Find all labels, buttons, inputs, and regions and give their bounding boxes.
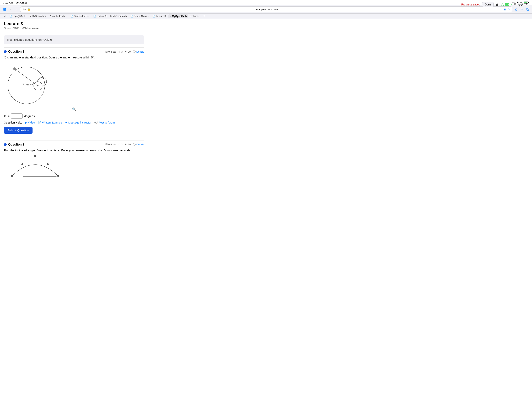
answer-input[interactable] — [11, 113, 23, 119]
chat-icon[interactable]: 💬 — [518, 2, 523, 7]
bookmark-myopenmath2-label: MyOpenMath — [113, 15, 127, 18]
back-button[interactable]: ‹ — [9, 7, 13, 12]
svg-point-11 — [57, 175, 59, 177]
bookmark-t[interactable]: T — [202, 14, 206, 18]
bookmark-lecture3b[interactable]: 📄 Lecture 3 — [151, 14, 167, 18]
written-example-link[interactable]: 📄 Written Example — [38, 121, 62, 124]
pts-icon: ☑ — [105, 50, 108, 53]
pts-icon-2: ☑ — [105, 143, 108, 146]
question-1-history: ↺ 3 — [118, 50, 123, 53]
sqrt-toggle[interactable]: √0 — [501, 3, 512, 6]
bookmark-lecture3a-label: Lecture 3 — [97, 15, 106, 18]
sidebar-toggle-button[interactable]: ⊟ — [2, 6, 7, 12]
bookmark-echner-label: echner... — [191, 15, 200, 18]
question-1-pts: ☑ 0/4 pts — [105, 50, 116, 53]
bookmark-myopenmath1[interactable]: M MyOpenMath — [28, 14, 47, 18]
question-divider — [4, 137, 144, 137]
bookmark-myopenmath2[interactable]: M MyOpenMath — [109, 14, 128, 18]
quiz-notice: Most skipped questions on "Quiz 0" — [4, 35, 144, 44]
toggle-pill[interactable] — [505, 3, 512, 6]
svg-text:X degrees°: X degrees° — [22, 83, 34, 86]
question-1-details-link[interactable]: Details — [136, 50, 144, 53]
bookmark-myopenmath3-label: MyOpenMath — [172, 15, 187, 18]
bookmark-myopenmath2-icon: M — [110, 15, 112, 17]
zoom-icon[interactable]: 🔍 — [72, 107, 76, 111]
page-title: Lecture 3 — [4, 21, 40, 26]
post-to-forum-link[interactable]: 💬 Post to forum — [95, 121, 115, 124]
submit-question-button[interactable]: Submit Question — [4, 127, 32, 134]
question-2-dot — [4, 143, 7, 146]
done-button[interactable]: Done — [482, 2, 494, 7]
question-1-title: Question 1 — [4, 50, 24, 53]
document-icon: 📄 — [38, 121, 41, 124]
bookmark-select-label: Select Class... — [134, 15, 149, 18]
bookmark-m[interactable]: M — [2, 15, 7, 18]
bookmark-echner[interactable]: echner... — [189, 14, 201, 18]
bookmark-select-icon: 📄 — [131, 15, 133, 18]
bookmark-select[interactable]: 📄 Select Class... — [129, 14, 150, 18]
question-2-details-link[interactable]: Details — [136, 143, 144, 146]
question-1-header: Question 1 ☑ 0/4 pts ↺ 3 ↻ 99 ⓘ Details — [4, 50, 144, 53]
progress-saved: Progress saved — [461, 3, 480, 6]
bookmark-lecture3a[interactable]: 📄 Lecture 3 — [92, 14, 108, 18]
zoom-icon-container[interactable]: 🔍 — [4, 107, 144, 111]
page-content: Most skipped questions on "Quiz 0" Quest… — [0, 32, 148, 185]
browser-chrome: ⊟ ‹ › AA 🔒 myopenmath.com ⊞ ↻ ⎋ + ⧉ — [0, 5, 532, 14]
browser-toolbar: ⊟ ‹ › AA 🔒 myopenmath.com ⊞ ↻ ⎋ + ⧉ — [2, 6, 530, 12]
lock-icon: 🔒 — [27, 8, 30, 11]
bookmark-t-label: T — [203, 15, 205, 18]
svg-point-9 — [11, 175, 13, 177]
battery-tip — [528, 2, 529, 3]
question-1-dot — [4, 50, 7, 53]
question-2-label: Question 2 — [8, 143, 24, 146]
address-bar[interactable]: AA 🔒 myopenmath.com ⊞ ↻ — [20, 6, 512, 12]
question-1-meta: ☑ 0/4 pts ↺ 3 ↻ 99 ⓘ Details — [105, 50, 144, 53]
svg-point-13 — [47, 163, 49, 165]
toolbar-actions: ⎋ + ⧉ — [514, 7, 530, 12]
bookmark-lecture3b-label: Lecture 3 — [156, 15, 166, 18]
question-2-meta: ☑ 0/6 pts ↺ 3 ↻ 99 ⓘ Details — [105, 143, 144, 146]
svg-point-5 — [13, 67, 16, 70]
more-options-icon[interactable]: ⋮ — [525, 2, 528, 7]
question-2-title: Question 2 — [4, 143, 24, 146]
message-instructor-link[interactable]: ✉ Message instructor — [65, 121, 91, 124]
info-icon: ⓘ — [133, 50, 136, 53]
forward-button[interactable]: › — [14, 7, 18, 12]
tabs-button[interactable]: ⧉ — [526, 7, 530, 12]
bookmark-log5-icon: 📄 — [9, 15, 12, 18]
question-1-block: Question 1 ☑ 0/4 pts ↺ 3 ↻ 99 ⓘ Details — [4, 47, 144, 134]
video-link[interactable]: ▶ Video — [25, 121, 35, 124]
x-label: X° ≈ — [4, 114, 9, 118]
new-tab-button[interactable]: + — [520, 7, 524, 12]
question-2-pts: ☑ 0/6 pts — [105, 143, 116, 146]
q2-diagram — [4, 155, 144, 178]
info-icon-2: ⓘ — [133, 143, 136, 146]
print-icon[interactable]: 🖨 — [496, 3, 499, 6]
page-score: Score: 0/100 0/14 answered — [4, 27, 40, 30]
question-2-attempts: ↻ 99 — [125, 143, 131, 146]
question-1-attempts: ↻ 99 — [125, 50, 131, 53]
question-2-details: ⓘ Details — [133, 143, 144, 146]
bookmark-myopenmath3[interactable]: ✕ MyOpenMath — [168, 14, 188, 18]
page-header-left: Lecture 3 Score: 0/100 0/14 answered — [4, 21, 40, 32]
share-icon: ⊞ — [504, 8, 506, 11]
bookmark-wie-label: wie heile ich... — [52, 15, 67, 18]
address-text[interactable]: myopenmath.com — [32, 8, 502, 11]
bookmark-grades[interactable]: 📄 Grades for Fi... — [69, 14, 91, 18]
refresh-icon[interactable]: ↻ — [507, 8, 510, 11]
page-header-right: Progress saved Done 🖨 √0 ✉ 💬 ⋮ — [461, 2, 528, 7]
angle-diagram: X degrees° — [4, 63, 49, 106]
question-1-text: X is an angle in standard position. Gues… — [4, 55, 144, 60]
bookmark-m-icon: M — [4, 15, 6, 17]
score-text: Score: 0/100 — [4, 27, 19, 30]
bookmark-myopenmath3-icon: ✕ — [170, 15, 171, 18]
question-2-history: ↺ 3 — [118, 143, 123, 146]
email-icon[interactable]: ✉ — [513, 2, 516, 7]
share-button[interactable]: ⎋ — [514, 7, 518, 12]
forum-icon: 💬 — [95, 121, 98, 124]
bookmarks-bar: M 📄 Log5(125) E M MyOpenMath G wie heile… — [0, 14, 532, 19]
answer-row: X° ≈ degrees — [4, 113, 144, 119]
bookmark-grades-icon: 📄 — [70, 15, 73, 18]
bookmark-wie[interactable]: G wie heile ich... — [48, 14, 68, 18]
bookmark-log5[interactable]: 📄 Log5(125) E — [8, 14, 27, 18]
